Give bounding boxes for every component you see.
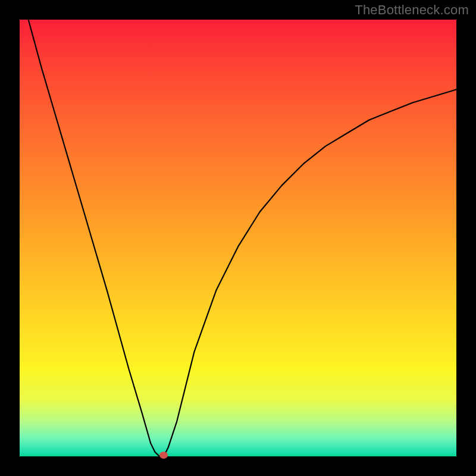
watermark-text: TheBottleneck.com	[355, 2, 469, 18]
chart-curve-path	[29, 20, 456, 456]
chart-frame: TheBottleneck.com	[0, 0, 476, 476]
chart-marker-dot	[159, 452, 168, 459]
chart-curve-svg	[20, 20, 456, 456]
chart-plot-area	[20, 20, 456, 456]
